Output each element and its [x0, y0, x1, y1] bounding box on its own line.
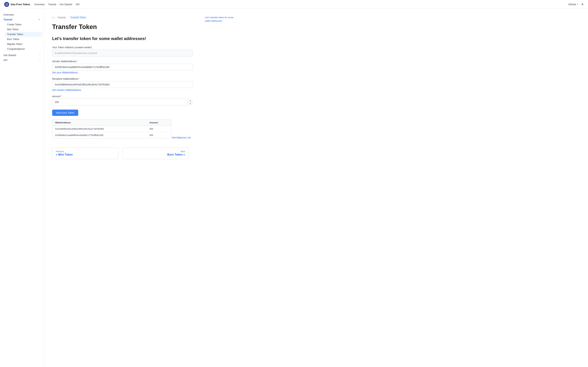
sidebar-item-get-started[interactable]: Get Started ›: [0, 53, 43, 58]
sidebar-item-migrate-token[interactable]: Migrate Token: [3, 42, 43, 47]
sender-wallet-input[interactable]: [52, 64, 193, 70]
set-random-wallet-btn[interactable]: Set random WalletAddress: [52, 89, 81, 92]
set-wallet-btn[interactable]: Set your WalletAddress: [52, 71, 78, 74]
token-address-label: Your Token Address (created earlier): [52, 46, 193, 49]
recipient-wallet-label: Recipient walletAddress*: [52, 77, 193, 80]
content-area: ⌂ › Tutorial › Transfer Token Transfer T…: [44, 9, 201, 367]
page-title: Transfer Token: [52, 23, 193, 31]
site-logo[interactable]: Gas-Free Token: [4, 2, 30, 7]
main-content: ⌂ › Tutorial › Transfer Token Transfer T…: [44, 9, 588, 367]
breadcrumb: ⌂ › Tutorial › Transfer Token: [52, 16, 193, 19]
chevron-down-icon: ∨: [38, 18, 40, 21]
top-navigation: Gas-Free Token Overview Tutorial Get Sta…: [0, 0, 588, 9]
nav-links: Overview Tutorial Get Started API: [34, 3, 80, 6]
amount-decrement-btn[interactable]: ▼: [188, 102, 193, 106]
sidebar-item-create-token[interactable]: Create Token: [3, 22, 43, 27]
nav-overview[interactable]: Overview: [34, 3, 44, 6]
section-title: Let's transfer token for some wallet add…: [52, 36, 193, 41]
nav-footer: Previous « Mint Token Next Burn Token »: [52, 147, 189, 159]
get-balances-link[interactable]: Get balances List: [172, 136, 191, 139]
sidebar-item-api[interactable]: API ›: [0, 58, 43, 63]
github-label: GitHub: [568, 3, 576, 6]
home-icon[interactable]: ⌂: [52, 16, 54, 19]
page-layout: Overview Tutorial ∨ Create Token Mint To…: [0, 9, 588, 367]
sender-wallet-label: Sender WalletAddress*: [52, 60, 193, 63]
amount-spinners: ▲ ▼: [187, 99, 193, 105]
nav-api[interactable]: API: [76, 3, 80, 6]
table-cell-address-1: 0x3339b954e81a5f0ee3f0f1ef5c0ea27397f04f…: [52, 126, 147, 132]
sidebar-item-overview[interactable]: Overview: [0, 12, 43, 17]
sidebar-group-tutorial[interactable]: Tutorial ∨: [0, 17, 43, 22]
chevron-right-icon: ›: [39, 54, 40, 57]
external-link-icon: ↗: [577, 3, 578, 5]
chevron-right-icon-api: ›: [39, 59, 40, 61]
table-cell-amount-2: 300: [147, 132, 171, 138]
next-link: Burn Token »: [126, 153, 185, 156]
next-nav-card[interactable]: Next Burn Token »: [122, 147, 189, 159]
amount-increment-btn[interactable]: ▲: [188, 99, 193, 102]
prev-nav-card[interactable]: Previous « Mint Token: [52, 147, 118, 159]
sidebar-item-transfer-token[interactable]: Transfer Token: [5, 32, 42, 37]
prev-link: « Mint Token: [56, 153, 115, 156]
token-address-input[interactable]: [52, 50, 193, 57]
recipient-wallet-input[interactable]: [52, 81, 193, 88]
amount-label: amount*: [52, 95, 193, 98]
col-header-address: WalletAddress: [52, 119, 147, 126]
sidebar: Overview Tutorial ∨ Create Token Mint To…: [0, 9, 44, 367]
recipient-wallet-group: Recipient walletAddress* Set random Wall…: [52, 77, 193, 92]
sidebar-tutorial-sub: Create Token Mint Token Transfer Token B…: [0, 22, 43, 51]
sidebar-tutorial-label: Tutorial: [3, 18, 12, 21]
sender-wallet-group: Sender WalletAddress* Set your WalletAdd…: [52, 60, 193, 74]
table-row: 0xf39fd6e51aad88f6f4ce6ab8827279cfffb922…: [52, 132, 171, 138]
balances-table: WalletAddress Amount 0x3339b954e81a5f0ee…: [52, 119, 171, 138]
logo-text: Gas-Free Token: [10, 3, 30, 6]
col-header-amount: Amount: [147, 119, 171, 126]
next-label: Next: [126, 150, 185, 153]
prev-label: Previous: [56, 150, 115, 153]
nav-get-started[interactable]: Get Started: [60, 3, 72, 6]
logo-icon: [4, 2, 9, 7]
sidebar-item-burn-token[interactable]: Burn Token: [3, 37, 43, 42]
table-of-contents: Let's transfer token for some wallet add…: [201, 9, 240, 367]
table-cell-amount-1: 200: [147, 126, 171, 132]
send-token-button[interactable]: Send your Token: [52, 109, 78, 116]
table-row: 0x3339b954e81a5f0ee3f0f1ef5c0ea27397f04f…: [52, 126, 171, 132]
table-cell-address-2: 0xf39fd6e51aad88f6f4ce6ab8827279cfffb922…: [52, 132, 147, 138]
sidebar-item-mint-token[interactable]: Mint Token: [3, 27, 43, 32]
balances-table-wrapper: WalletAddress Amount 0x3339b954e81a5f0ee…: [52, 119, 171, 138]
breadcrumb-tutorial[interactable]: Tutorial: [57, 16, 65, 19]
amount-input[interactable]: [52, 99, 193, 105]
amount-group: amount* ▲ ▼: [52, 95, 193, 105]
toc-item-section[interactable]: Let's transfer token for some wallet add…: [205, 16, 236, 23]
breadcrumb-current: Transfer Token: [69, 16, 87, 19]
sidebar-item-congratulations[interactable]: Congratulations!: [3, 47, 43, 51]
theme-toggle[interactable]: ☀: [581, 2, 584, 6]
amount-input-wrapper: ▲ ▼: [52, 99, 193, 105]
breadcrumb-sep-1: ›: [55, 16, 56, 19]
nav-tutorial[interactable]: Tutorial: [48, 3, 56, 6]
token-address-group: Your Token Address (created earlier): [52, 46, 193, 57]
github-link[interactable]: GitHub ↗: [568, 3, 578, 6]
topnav-right: GitHub ↗ ☀: [568, 2, 584, 6]
breadcrumb-sep-2: ›: [67, 16, 68, 19]
